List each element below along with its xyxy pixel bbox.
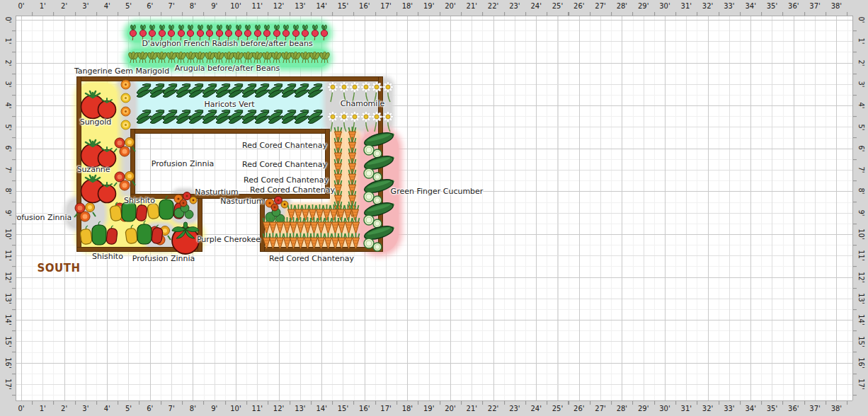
ruler-label: 30' xyxy=(659,2,670,10)
plant-label: Red Cored Chantenay xyxy=(250,185,335,195)
ruler-label: 20' xyxy=(445,405,455,412)
ruler-label: 0' xyxy=(18,2,24,10)
ruler-label: 22' xyxy=(488,405,498,412)
ruler-label: 8' xyxy=(4,188,12,195)
ruler-label: 1' xyxy=(40,405,46,412)
plant-icon-haricots-vert[interactable] xyxy=(307,83,324,98)
ruler-bottom: 0'1'2'3'4'5'6'7'8'9'10'11'12'13'14'15'16… xyxy=(16,400,852,416)
ruler-label: 29' xyxy=(638,2,649,10)
ruler-label: 37' xyxy=(809,405,820,412)
ruler-label: 25' xyxy=(552,2,563,10)
ruler-label: 34' xyxy=(745,405,755,412)
ruler-label: 36' xyxy=(788,2,799,10)
ruler-label: 16' xyxy=(4,357,12,368)
ruler-label: 2' xyxy=(61,2,67,10)
ruler-label: 15' xyxy=(4,336,12,347)
plant-label: Nasturtium xyxy=(220,197,264,206)
plant-icon-davighon-french-radish[interactable] xyxy=(128,24,138,41)
ruler-label: 12' xyxy=(273,405,284,412)
ruler-label: 32' xyxy=(702,405,713,412)
garden-planner-window: D'avighon French Radish before/after bea… xyxy=(0,0,868,416)
inner-bed-top-edge[interactable] xyxy=(130,129,330,134)
ruler-ticks xyxy=(16,12,852,16)
plant-label: Shishito xyxy=(92,252,123,261)
ruler-label: 3' xyxy=(82,2,88,10)
ruler-label: 28' xyxy=(617,2,627,10)
ruler-label: 20' xyxy=(445,2,455,10)
ruler-label: 8' xyxy=(190,2,196,10)
ruler-label: 17' xyxy=(857,379,865,389)
ruler-label: 0' xyxy=(4,16,12,23)
ruler-label: 13' xyxy=(295,2,305,10)
ruler-label: 22' xyxy=(488,2,498,10)
ruler-label: 8' xyxy=(190,405,196,412)
ruler-label: 21' xyxy=(467,405,477,412)
plant-label: D'avighon French Radish before/after bea… xyxy=(142,39,312,48)
ruler-label: 23' xyxy=(509,2,520,10)
ruler-label: 6' xyxy=(147,2,153,10)
ruler-label: 12' xyxy=(857,272,865,282)
ruler-label: 13' xyxy=(857,293,865,304)
ruler-label: 16' xyxy=(359,405,370,412)
plant-label: Tangerine Gem Marigold xyxy=(74,67,169,76)
ruler-label: 2' xyxy=(857,59,865,66)
ruler-right: 0'1'2'3'4'5'6'7'8'9'10'11'12'13'14'15'16… xyxy=(852,16,868,400)
plant-label: Profusion Zinnia xyxy=(9,213,72,222)
plant-icon-green-finger-cucumber[interactable] xyxy=(360,224,395,252)
ruler-label: 12' xyxy=(273,2,284,10)
ruler-label: 1' xyxy=(857,38,865,45)
plant-label: Purple Cherokee xyxy=(197,235,261,244)
ruler-label: 3' xyxy=(82,405,88,412)
ruler-label: 17' xyxy=(380,2,391,10)
ruler-label: 19' xyxy=(423,2,434,10)
ruler-label: 14' xyxy=(4,314,12,325)
plant-label: Red Cored Chantenay xyxy=(244,175,329,185)
ruler-label: 35' xyxy=(767,2,777,10)
plant-icon-nasturtium[interactable] xyxy=(172,190,198,220)
ruler-label: 16' xyxy=(359,2,370,10)
ruler-label: 14' xyxy=(857,314,865,325)
compass-south-label: SOUTH xyxy=(37,262,80,275)
ruler-label: 24' xyxy=(530,2,541,10)
ruler-label: 4' xyxy=(104,2,110,10)
ruler-label: 5' xyxy=(125,2,132,10)
ruler-label: 1' xyxy=(4,38,12,45)
ruler-label: 7' xyxy=(169,2,175,10)
ruler-label: 9' xyxy=(857,209,865,216)
ruler-label: 38' xyxy=(831,405,842,412)
plant-icon-tangerine-gem-marigold[interactable] xyxy=(120,79,131,90)
plant-icon-arugula[interactable] xyxy=(319,52,330,64)
plant-icon-red-cored-chantenay[interactable] xyxy=(351,216,360,233)
plant-icon-tangerine-gem-marigold[interactable] xyxy=(120,120,131,130)
ruler-label: 10' xyxy=(857,229,865,239)
plant-label: Sungold xyxy=(80,117,112,127)
plant-label: Red Cored Chantenay xyxy=(242,141,327,150)
plant-icon-davighon-french-radish[interactable] xyxy=(319,24,329,41)
ruler-label: 11' xyxy=(252,2,263,10)
plant-icon-shishito-pepper[interactable] xyxy=(124,219,164,249)
plant-icon-tangerine-gem-marigold[interactable] xyxy=(120,93,131,103)
ruler-label: 38' xyxy=(831,2,842,10)
plant-label: Shishito xyxy=(124,196,155,205)
ruler-label: 10' xyxy=(230,405,241,412)
garden-canvas[interactable]: D'avighon French Radish before/after bea… xyxy=(16,16,852,400)
ruler-label: 29' xyxy=(638,405,649,412)
plant-icon-cherry-tomato[interactable] xyxy=(79,88,117,120)
ruler-label: 24' xyxy=(530,405,541,412)
ruler-label: 3' xyxy=(857,81,865,87)
ruler-label: 17' xyxy=(4,379,12,389)
plant-label: Nasturtium xyxy=(195,187,239,197)
plant-icon-tangerine-gem-marigold[interactable] xyxy=(120,106,131,117)
plant-icon-red-cored-chantenay[interactable] xyxy=(351,232,360,249)
plant-label: Profusion Zinnia xyxy=(132,254,195,263)
ruler-ticks xyxy=(853,16,857,400)
ruler-label: 10' xyxy=(230,2,241,10)
ruler-label: 4' xyxy=(4,103,12,109)
ruler-label: 2' xyxy=(4,59,12,66)
plant-icon-shishito-pepper[interactable] xyxy=(79,220,118,250)
plant-icon-haricots-vert[interactable] xyxy=(307,109,324,125)
ruler-label: 1' xyxy=(40,2,46,10)
ruler-label: 6' xyxy=(857,145,865,151)
plant-label: Green Finger Cucumber xyxy=(391,187,484,196)
plant-label: Chamomile xyxy=(341,99,384,108)
